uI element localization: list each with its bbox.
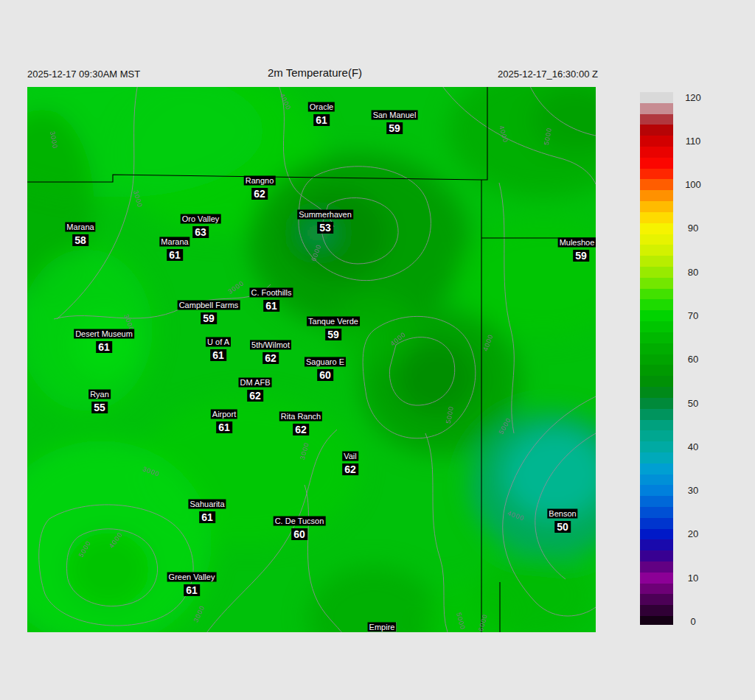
station-name-label: DM AFB <box>239 378 272 388</box>
station-value-label: 61 <box>210 349 226 361</box>
station-name-label: Summerhaven <box>297 210 353 220</box>
station-name-label: Tanque Verde <box>307 317 360 326</box>
station-name-label: Saguaro E <box>305 357 346 367</box>
station-name-label: Marana <box>65 223 95 232</box>
colorbar-tick-label: 40 <box>678 441 708 452</box>
station-name-label: Benson <box>547 509 577 519</box>
station-value-label: 59 <box>386 122 403 134</box>
station-name-label: Vail <box>342 452 358 461</box>
colorbar-tick-label: 100 <box>678 179 708 190</box>
station-value-label: 62 <box>342 463 358 475</box>
station-value-label: 63 <box>192 226 209 238</box>
station-name-label: Desert Museum <box>74 329 134 339</box>
station-value-label: 61 <box>216 421 232 433</box>
colorbar-tick-label: 110 <box>678 136 708 147</box>
station-value-label: 58 <box>72 234 88 246</box>
colorbar-tick-label: 0 <box>678 616 708 627</box>
station-name-label: Sahuarita <box>188 500 226 509</box>
station-name-label: Campbell Farms <box>178 301 240 310</box>
station-name-label: Oracle <box>308 102 335 112</box>
station-value-label: 53 <box>317 222 333 234</box>
colorbar-tick-label: 50 <box>678 398 708 409</box>
colorbar-tick-label: 80 <box>678 267 708 278</box>
colorbar-tick-label: 90 <box>678 223 708 234</box>
station-name-label: Empire <box>368 623 397 632</box>
colorbar-tick-label: 10 <box>678 573 708 584</box>
utc-timestamp: 2025-12-17_16:30:00 Z <box>498 69 598 80</box>
station-name-label: U of A <box>206 337 231 347</box>
station-value-label: 62 <box>262 352 279 364</box>
station-value-label: 55 <box>91 402 108 413</box>
station-name-label: 5th/Wilmot <box>250 340 291 350</box>
station-name-label: Muleshoe R <box>558 238 596 248</box>
station-name-label: Oro Valley <box>181 214 221 224</box>
station-name-label: C. Foothills <box>249 288 293 298</box>
colorbar-tick-label: 70 <box>678 310 708 321</box>
station-name-label: C. De Tucson <box>274 517 326 526</box>
local-timestamp: 2025-12-17 09:30AM MST <box>27 69 140 80</box>
station-name-label: Ryan <box>88 390 111 399</box>
page-title: 2m Temperature(F) <box>268 66 362 79</box>
station-value-label: 61 <box>313 114 330 126</box>
station-value-label: 59 <box>201 312 217 324</box>
station-value-label: 62 <box>293 424 309 435</box>
station-value-label: 59 <box>325 329 341 340</box>
station-name-label: Rangno <box>244 176 276 186</box>
station-name-label: Green Valley <box>167 573 217 582</box>
station-name-label: Rita Ranch <box>279 412 322 421</box>
colorbar-tick-label: 30 <box>678 485 708 496</box>
station-layer: Oracle61San Manuel59Rangno62Oro Valley63… <box>27 87 596 632</box>
colorbar-tick-label: 120 <box>678 92 708 103</box>
station-value-label: 61 <box>184 584 200 596</box>
colorbar-tick-label: 60 <box>678 354 708 365</box>
colorbar-tick-label: 20 <box>678 528 708 539</box>
station-name-label: San Manuel <box>372 111 418 120</box>
station-value-label: 60 <box>291 528 307 540</box>
station-value-label: 62 <box>251 188 268 200</box>
station-value-label: 50 <box>554 521 571 533</box>
station-value-label: 61 <box>167 249 183 261</box>
temperature-map: 3000300040004000500060003000300040004000… <box>27 87 596 632</box>
station-name-label: Marana <box>159 237 189 247</box>
station-value-label: 59 <box>573 250 589 262</box>
station-value-label: 60 <box>317 369 333 381</box>
station-name-label: Airport <box>211 410 237 419</box>
temperature-colorbar <box>640 92 673 625</box>
station-value-label: 61 <box>199 511 215 523</box>
station-value-label: 62 <box>247 390 263 402</box>
station-value-label: 61 <box>96 341 112 353</box>
station-value-label: 61 <box>263 300 279 312</box>
